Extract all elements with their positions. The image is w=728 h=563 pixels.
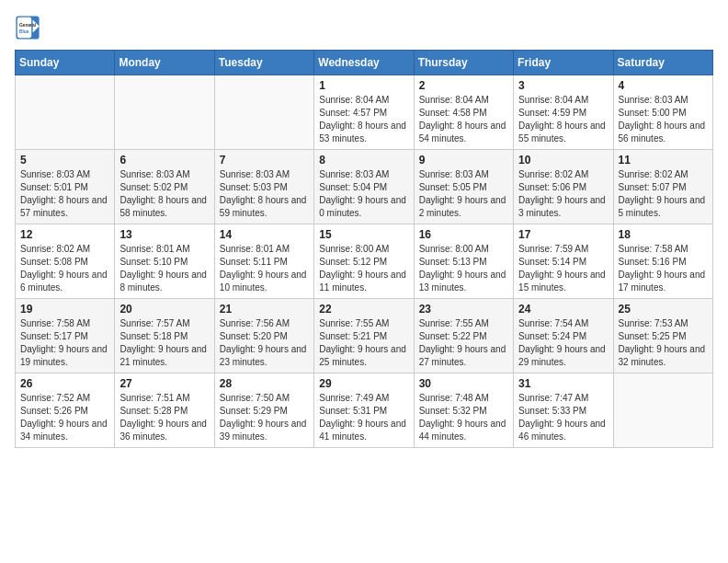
day-detail: Sunrise: 7:50 AM Sunset: 5:29 PM Dayligh… xyxy=(220,392,309,443)
calendar-cell xyxy=(115,75,214,150)
day-detail: Sunrise: 7:59 AM Sunset: 5:14 PM Dayligh… xyxy=(518,243,608,294)
weekday-header-cell: Sunday xyxy=(16,51,115,75)
calendar-cell: 19Sunrise: 7:58 AM Sunset: 5:17 PM Dayli… xyxy=(16,299,115,373)
day-detail: Sunrise: 8:03 AM Sunset: 5:03 PM Dayligh… xyxy=(220,168,309,220)
day-detail: Sunrise: 8:03 AM Sunset: 5:01 PM Dayligh… xyxy=(20,168,109,220)
weekday-header-cell: Saturday xyxy=(613,51,712,75)
day-detail: Sunrise: 8:02 AM Sunset: 5:07 PM Dayligh… xyxy=(619,168,708,220)
calendar-table: SundayMondayTuesdayWednesdayThursdayFrid… xyxy=(15,50,713,448)
day-detail: Sunrise: 8:04 AM Sunset: 4:57 PM Dayligh… xyxy=(319,94,408,145)
day-detail: Sunrise: 7:51 AM Sunset: 5:28 PM Dayligh… xyxy=(119,392,209,443)
calendar-cell: 31Sunrise: 7:47 AM Sunset: 5:33 PM Dayli… xyxy=(514,373,613,448)
calendar-cell: 3Sunrise: 8:04 AM Sunset: 4:59 PM Daylig… xyxy=(514,75,613,150)
calendar-cell: 1Sunrise: 8:04 AM Sunset: 4:57 PM Daylig… xyxy=(314,75,414,150)
calendar-week-row: 12Sunrise: 8:02 AM Sunset: 5:08 PM Dayli… xyxy=(16,224,713,299)
day-detail: Sunrise: 8:00 AM Sunset: 5:12 PM Dayligh… xyxy=(319,243,408,294)
day-number: 30 xyxy=(419,377,508,390)
day-number: 3 xyxy=(518,79,608,92)
calendar-cell: 25Sunrise: 7:53 AM Sunset: 5:25 PM Dayli… xyxy=(613,299,712,373)
logo: General Blue xyxy=(15,15,40,40)
day-detail: Sunrise: 8:01 AM Sunset: 5:10 PM Dayligh… xyxy=(119,243,209,294)
day-detail: Sunrise: 7:48 AM Sunset: 5:32 PM Dayligh… xyxy=(419,392,508,443)
calendar-cell: 5Sunrise: 8:03 AM Sunset: 5:01 PM Daylig… xyxy=(16,150,115,224)
weekday-header-row: SundayMondayTuesdayWednesdayThursdayFrid… xyxy=(16,51,713,75)
day-detail: Sunrise: 7:58 AM Sunset: 5:17 PM Dayligh… xyxy=(20,317,109,369)
day-detail: Sunrise: 8:03 AM Sunset: 5:04 PM Dayligh… xyxy=(319,168,408,220)
calendar-cell: 28Sunrise: 7:50 AM Sunset: 5:29 PM Dayli… xyxy=(214,373,313,448)
day-number: 7 xyxy=(220,154,309,167)
day-number: 4 xyxy=(619,79,708,92)
day-detail: Sunrise: 7:52 AM Sunset: 5:26 PM Dayligh… xyxy=(20,392,109,443)
day-number: 23 xyxy=(419,303,508,316)
day-detail: Sunrise: 7:47 AM Sunset: 5:33 PM Dayligh… xyxy=(518,392,608,443)
weekday-header-cell: Monday xyxy=(115,51,214,75)
logo-icon: General Blue xyxy=(15,15,40,40)
day-number: 2 xyxy=(419,79,508,92)
day-detail: Sunrise: 7:57 AM Sunset: 5:18 PM Dayligh… xyxy=(119,317,209,369)
day-detail: Sunrise: 8:02 AM Sunset: 5:06 PM Dayligh… xyxy=(518,168,608,220)
calendar-cell: 10Sunrise: 8:02 AM Sunset: 5:06 PM Dayli… xyxy=(514,150,613,224)
day-detail: Sunrise: 7:55 AM Sunset: 5:21 PM Dayligh… xyxy=(319,317,408,369)
day-number: 12 xyxy=(20,228,109,241)
day-detail: Sunrise: 8:03 AM Sunset: 5:02 PM Dayligh… xyxy=(119,168,209,220)
calendar-week-row: 5Sunrise: 8:03 AM Sunset: 5:01 PM Daylig… xyxy=(16,150,713,224)
calendar-cell xyxy=(613,373,712,448)
svg-rect-2 xyxy=(17,17,31,38)
calendar-cell: 24Sunrise: 7:54 AM Sunset: 5:24 PM Dayli… xyxy=(514,299,613,373)
calendar-cell: 15Sunrise: 8:00 AM Sunset: 5:12 PM Dayli… xyxy=(314,224,414,299)
day-detail: Sunrise: 7:56 AM Sunset: 5:20 PM Dayligh… xyxy=(220,317,309,369)
calendar-cell: 26Sunrise: 7:52 AM Sunset: 5:26 PM Dayli… xyxy=(16,373,115,448)
day-number: 5 xyxy=(20,154,109,167)
day-number: 21 xyxy=(220,303,309,316)
day-detail: Sunrise: 8:01 AM Sunset: 5:11 PM Dayligh… xyxy=(220,243,309,294)
calendar-body: 1Sunrise: 8:04 AM Sunset: 4:57 PM Daylig… xyxy=(16,75,713,448)
day-detail: Sunrise: 7:55 AM Sunset: 5:22 PM Dayligh… xyxy=(419,317,508,369)
calendar-cell: 16Sunrise: 8:00 AM Sunset: 5:13 PM Dayli… xyxy=(414,224,513,299)
calendar-week-row: 19Sunrise: 7:58 AM Sunset: 5:17 PM Dayli… xyxy=(16,299,713,373)
day-detail: Sunrise: 8:03 AM Sunset: 5:05 PM Dayligh… xyxy=(419,168,508,220)
calendar-cell: 23Sunrise: 7:55 AM Sunset: 5:22 PM Dayli… xyxy=(414,299,513,373)
weekday-header-cell: Tuesday xyxy=(214,51,313,75)
day-number: 31 xyxy=(518,377,608,390)
calendar-cell xyxy=(214,75,313,150)
day-number: 19 xyxy=(20,303,109,316)
calendar-cell: 11Sunrise: 8:02 AM Sunset: 5:07 PM Dayli… xyxy=(613,150,712,224)
calendar-cell: 9Sunrise: 8:03 AM Sunset: 5:05 PM Daylig… xyxy=(414,150,513,224)
day-detail: Sunrise: 7:53 AM Sunset: 5:25 PM Dayligh… xyxy=(619,317,708,369)
day-number: 1 xyxy=(319,79,408,92)
calendar-cell: 21Sunrise: 7:56 AM Sunset: 5:20 PM Dayli… xyxy=(214,299,313,373)
calendar-cell: 2Sunrise: 8:04 AM Sunset: 4:58 PM Daylig… xyxy=(414,75,513,150)
day-number: 6 xyxy=(119,154,209,167)
weekday-header-cell: Friday xyxy=(514,51,613,75)
day-number: 8 xyxy=(319,154,408,167)
day-number: 16 xyxy=(419,228,508,241)
day-number: 10 xyxy=(518,154,608,167)
day-detail: Sunrise: 8:00 AM Sunset: 5:13 PM Dayligh… xyxy=(419,243,508,294)
calendar-cell: 14Sunrise: 8:01 AM Sunset: 5:11 PM Dayli… xyxy=(214,224,313,299)
calendar-cell: 7Sunrise: 8:03 AM Sunset: 5:03 PM Daylig… xyxy=(214,150,313,224)
day-number: 11 xyxy=(619,154,708,167)
day-detail: Sunrise: 8:04 AM Sunset: 4:58 PM Dayligh… xyxy=(419,94,508,145)
day-number: 27 xyxy=(119,377,209,390)
weekday-header-cell: Wednesday xyxy=(314,51,414,75)
day-number: 26 xyxy=(20,377,109,390)
calendar-cell: 18Sunrise: 7:58 AM Sunset: 5:16 PM Dayli… xyxy=(613,224,712,299)
calendar-cell: 20Sunrise: 7:57 AM Sunset: 5:18 PM Dayli… xyxy=(115,299,214,373)
day-number: 24 xyxy=(518,303,608,316)
day-number: 22 xyxy=(319,303,408,316)
calendar-cell: 29Sunrise: 7:49 AM Sunset: 5:31 PM Dayli… xyxy=(314,373,414,448)
day-number: 17 xyxy=(518,228,608,241)
calendar-week-row: 1Sunrise: 8:04 AM Sunset: 4:57 PM Daylig… xyxy=(16,75,713,150)
day-number: 29 xyxy=(319,377,408,390)
day-number: 13 xyxy=(119,228,209,241)
calendar-cell: 27Sunrise: 7:51 AM Sunset: 5:28 PM Dayli… xyxy=(115,373,214,448)
calendar-cell: 17Sunrise: 7:59 AM Sunset: 5:14 PM Dayli… xyxy=(514,224,613,299)
svg-text:Blue: Blue xyxy=(19,29,29,34)
day-number: 20 xyxy=(119,303,209,316)
day-detail: Sunrise: 8:04 AM Sunset: 4:59 PM Dayligh… xyxy=(518,94,608,145)
day-number: 28 xyxy=(220,377,309,390)
calendar-cell: 13Sunrise: 8:01 AM Sunset: 5:10 PM Dayli… xyxy=(115,224,214,299)
day-detail: Sunrise: 7:58 AM Sunset: 5:16 PM Dayligh… xyxy=(619,243,708,294)
day-number: 9 xyxy=(419,154,508,167)
calendar-cell: 12Sunrise: 8:02 AM Sunset: 5:08 PM Dayli… xyxy=(16,224,115,299)
